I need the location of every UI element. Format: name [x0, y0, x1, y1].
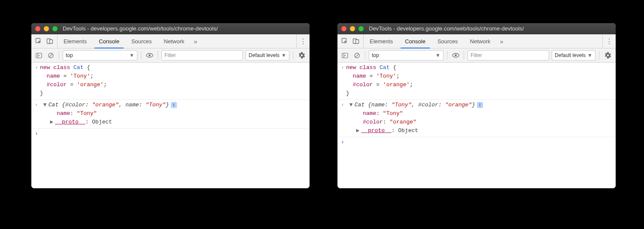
info-icon[interactable]: i — [477, 102, 483, 108]
info-icon[interactable]: i — [171, 102, 177, 108]
sidebar-toggle-icon[interactable] — [340, 51, 349, 60]
log-levels-label: Default levels — [249, 52, 279, 58]
disclosure-closed-icon[interactable]: ▶ — [50, 118, 55, 127]
titlebar[interactable]: DevTools - developers.google.com/web/too… — [31, 23, 310, 34]
zoom-icon[interactable] — [358, 26, 364, 31]
clear-console-icon[interactable] — [352, 51, 361, 60]
prompt-chevron-icon: › — [339, 138, 346, 147]
console-output: › new class Cat { name = 'Tony'; #color … — [337, 63, 616, 188]
sidebar-toggle-icon[interactable] — [34, 51, 43, 60]
console-input-echo: › new class Cat { name = 'Tony'; #color … — [31, 63, 310, 100]
tabbar: Elements Console Sources Network » ⋮ — [337, 34, 616, 48]
live-expression-icon[interactable] — [145, 51, 154, 60]
filter-input[interactable]: Filter — [468, 50, 549, 60]
tab-sources[interactable]: Sources — [125, 34, 158, 48]
chevron-down-icon: ▼ — [435, 52, 440, 58]
disclosure-open-icon[interactable]: ▼ — [349, 101, 355, 109]
context-selector-value: top — [66, 52, 73, 58]
svg-rect-11 — [356, 40, 359, 44]
filter-placeholder: Filter — [471, 52, 482, 58]
console-toolbar: top ▼ Filter Default levels ▼ — [31, 48, 310, 63]
inspect-element-icon[interactable] — [34, 36, 43, 46]
clear-console-icon[interactable] — [46, 51, 55, 60]
window-title: DevTools - developers.google.com/web/too… — [61, 25, 218, 32]
more-tabs-icon[interactable]: » — [190, 34, 200, 48]
tab-network[interactable]: Network — [464, 34, 497, 48]
filter-placeholder: Filter — [164, 52, 176, 58]
tab-elements[interactable]: Elements — [58, 34, 93, 48]
console-input-echo: › new class Cat { name = 'Tony'; #color … — [337, 63, 616, 100]
traffic-lights — [35, 26, 58, 31]
settings-menu-icon[interactable]: ⋮ — [296, 34, 310, 48]
disclosure-closed-icon[interactable]: ▶ — [356, 127, 361, 135]
chevron-down-icon: ▼ — [129, 52, 134, 58]
disclosure-open-icon[interactable]: ▼ — [43, 101, 49, 109]
chevron-down-icon: ▼ — [587, 52, 592, 58]
log-levels-label: Default levels — [555, 52, 586, 58]
minimize-icon[interactable] — [44, 26, 49, 31]
svg-line-15 — [355, 54, 358, 57]
device-toolbar-icon[interactable] — [351, 36, 361, 46]
minimize-icon[interactable] — [350, 26, 355, 31]
tab-sources[interactable]: Sources — [431, 34, 464, 48]
filter-input[interactable]: Filter — [161, 50, 243, 60]
inspect-element-icon[interactable] — [340, 36, 349, 46]
live-expression-icon[interactable] — [451, 51, 460, 60]
gear-icon[interactable] — [603, 52, 613, 59]
more-tabs-icon[interactable]: » — [496, 34, 507, 48]
svg-line-6 — [49, 54, 52, 57]
console-prompt[interactable]: › — [337, 137, 616, 148]
close-icon[interactable] — [35, 26, 40, 31]
devtools-window-left: DevTools - developers.google.com/web/too… — [31, 23, 310, 188]
traffic-lights — [341, 26, 364, 31]
log-levels-selector[interactable]: Default levels ▼ — [246, 50, 289, 60]
svg-point-8 — [149, 54, 151, 57]
tab-network[interactable]: Network — [158, 34, 191, 48]
gear-icon[interactable] — [297, 52, 307, 59]
output-chevron-icon: ‹ — [33, 101, 40, 127]
window-title: DevTools - developers.google.com/web/too… — [367, 25, 524, 32]
tab-elements[interactable]: Elements — [364, 34, 399, 48]
context-selector[interactable]: top ▼ — [369, 50, 444, 60]
console-toolbar: top ▼ Filter Default levels ▼ — [337, 48, 616, 63]
svg-point-17 — [455, 54, 457, 57]
device-toolbar-icon[interactable] — [45, 36, 55, 46]
titlebar[interactable]: DevTools - developers.google.com/web/too… — [337, 23, 616, 34]
console-output: › new class Cat { name = 'Tony'; #color … — [31, 63, 310, 188]
close-icon[interactable] — [341, 26, 346, 31]
console-return-value[interactable]: ‹ ▼Cat {#color: "orange", name: "Tony"}i… — [31, 100, 310, 129]
output-chevron-icon: ‹ — [339, 101, 346, 135]
zoom-icon[interactable] — [52, 26, 58, 31]
svg-rect-2 — [50, 40, 53, 44]
context-selector[interactable]: top ▼ — [63, 50, 137, 60]
input-chevron-icon: › — [339, 63, 346, 98]
tab-console[interactable]: Console — [93, 34, 125, 48]
prompt-chevron-icon: › — [33, 130, 40, 138]
log-levels-selector[interactable]: Default levels ▼ — [552, 50, 595, 60]
tab-console[interactable]: Console — [399, 34, 431, 48]
console-return-value[interactable]: ‹ ▼Cat {name: "Tony", #color: "orange"}i… — [337, 100, 616, 137]
console-prompt[interactable]: › — [31, 129, 310, 140]
devtools-window-right: DevTools - developers.google.com/web/too… — [337, 23, 616, 188]
context-selector-value: top — [372, 52, 379, 58]
tabbar: Elements Console Sources Network » ⋮ — [31, 34, 310, 48]
settings-menu-icon[interactable]: ⋮ — [602, 34, 616, 48]
input-chevron-icon: › — [33, 63, 40, 98]
chevron-down-icon: ▼ — [281, 52, 286, 58]
